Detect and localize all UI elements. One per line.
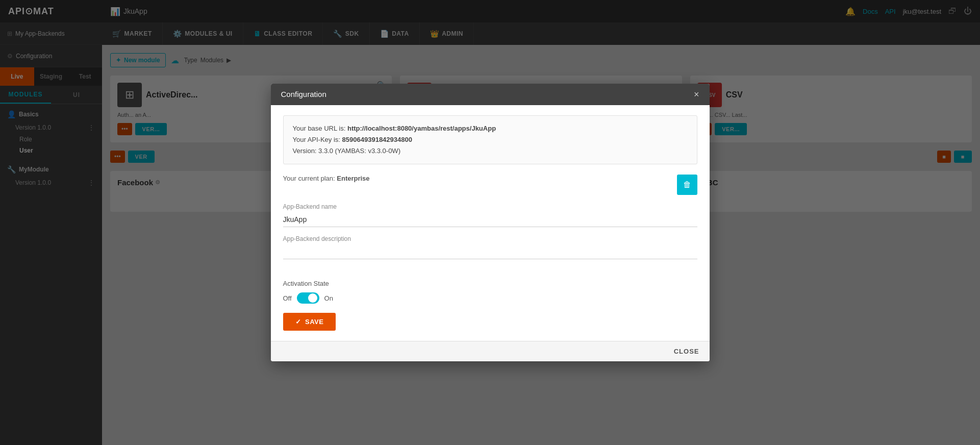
backend-desc-input[interactable] [283, 244, 697, 259]
save-checkmark-icon: ✓ [295, 318, 301, 326]
modal-close-button[interactable]: × [694, 90, 699, 99]
plan-label-text: Your current plan: Enterprise [283, 175, 370, 182]
modal-body: Your base URL is: http://localhost:8080/… [271, 105, 710, 341]
backend-desc-label: App-Backend description [283, 235, 697, 242]
plan-info: Your current plan: Enterprise [283, 175, 370, 182]
base-url-value: http://localhost:8080/yambas/rest/apps/J… [347, 125, 496, 132]
toggle-off-label: Off [283, 294, 292, 302]
plan-row: Your current plan: Enterprise 🗑 [283, 175, 697, 195]
toggle-row: Off On [283, 292, 697, 304]
save-button[interactable]: ✓ SAVE [283, 313, 336, 331]
version-value: 3.3.0 (YAMBAS: v3.3.0-0W) [318, 147, 400, 155]
version-label: Version: [293, 147, 319, 155]
backend-name-label: App-Backend name [283, 203, 697, 210]
version-row: Version: 3.3.0 (YAMBAS: v3.3.0-0W) [293, 145, 688, 157]
current-plan-label: Your current plan: [283, 175, 337, 182]
save-label: SAVE [305, 318, 323, 326]
activation-section: Activation State Off On ✓ SAVE [283, 280, 697, 331]
delete-button[interactable]: 🗑 [677, 175, 697, 195]
modal-header: Configuration × [271, 84, 710, 105]
toggle-on-label: On [324, 294, 333, 302]
toggle-slider [297, 292, 319, 304]
modal-overlay: Configuration × Your base URL is: http:/… [0, 0, 980, 445]
activation-toggle[interactable] [297, 292, 319, 304]
backend-desc-group: App-Backend description [283, 235, 697, 271]
backend-name-input[interactable] [283, 212, 697, 227]
info-box: Your base URL is: http://localhost:8080/… [283, 115, 697, 164]
api-key-label: Your API-Key is: [293, 136, 342, 143]
backend-name-group: App-Backend name [283, 203, 697, 227]
modal-footer: CLOSE [271, 341, 710, 361]
plan-value: Enterprise [337, 175, 369, 182]
base-url-label: Your base URL is: [293, 125, 347, 132]
modal-title: Configuration [281, 90, 326, 98]
api-key-value: 859064939184293480​0 [342, 136, 412, 143]
close-modal-button[interactable]: CLOSE [674, 348, 699, 355]
configuration-modal: Configuration × Your base URL is: http:/… [271, 84, 710, 361]
api-key-row: Your API-Key is: 859064939184293480​0 [293, 134, 688, 145]
activation-state-label: Activation State [283, 280, 697, 287]
base-url-row: Your base URL is: http://localhost:8080/… [293, 123, 688, 134]
